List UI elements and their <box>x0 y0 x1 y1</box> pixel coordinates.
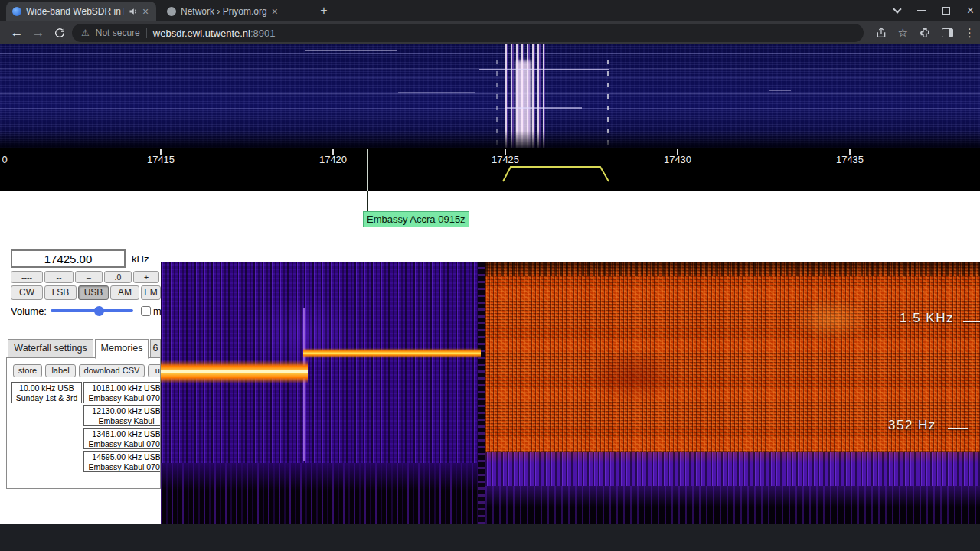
address-bar[interactable]: ⚠ Not secure websdr.ewi.utwente.nl:8901 <box>72 24 864 42</box>
waterfall-yellow-core <box>161 370 308 373</box>
tab-close-icon[interactable]: × <box>142 6 149 17</box>
step-zero-button[interactable]: .0 <box>104 271 132 283</box>
waterfall-fade <box>0 131 980 148</box>
tab-divider <box>158 6 158 17</box>
tab-title: Network › Priyom.org <box>181 6 267 17</box>
download-csv-button[interactable]: download CSV <box>79 364 145 377</box>
step-down-large-button[interactable]: ---- <box>11 271 43 283</box>
waterfall-divider <box>478 262 485 524</box>
memory-item[interactable]: 12130.00 kHz USB Embassy Kabul <box>83 405 161 426</box>
screen: Wide-band WebSDR in Ensch × Network › Pr… <box>0 0 980 551</box>
volume-label: Volume: <box>11 305 47 317</box>
memory-item[interactable]: 13481.00 kHz USB Embassy Kabul 0700 <box>83 428 161 449</box>
annotation-dash <box>948 428 968 429</box>
tab-waterfall-settings[interactable]: Waterfall settings <box>8 339 93 358</box>
tab-title: Wide-band WebSDR in Ensch <box>26 6 124 17</box>
signal-streak <box>398 92 475 93</box>
memory-desc: Embassy Kabul 0700 <box>84 439 161 449</box>
browser-menu-icon[interactable]: ⋮ <box>964 26 975 40</box>
annotation-dash <box>963 321 980 322</box>
chromeos-shelf: 6 Nov 07:28 <box>0 524 980 551</box>
store-button[interactable]: store <box>13 364 42 377</box>
frequency-input[interactable] <box>11 249 126 268</box>
memory-freq: 13481.00 kHz USB <box>84 429 161 439</box>
toolbar-icons: ☆ ⋮ <box>875 21 975 44</box>
mode-fm-button[interactable]: FM <box>141 285 161 300</box>
step-up-button[interactable]: + <box>133 271 159 283</box>
mode-usb-button[interactable]: USB <box>78 285 109 300</box>
new-tab-button[interactable]: + <box>315 3 332 20</box>
tab-memories[interactable]: Memories <box>95 339 149 359</box>
memory-desc: Embassy Kabul <box>84 416 161 426</box>
waterfall-left-bottom <box>161 463 478 524</box>
volume-slider[interactable] <box>51 305 133 316</box>
warning-icon: ⚠ <box>81 28 90 38</box>
url-port[interactable]: :8901 <box>250 28 276 39</box>
waterfall-right-bottom <box>485 486 980 524</box>
window-close-icon[interactable]: × <box>967 5 974 17</box>
window-maximize-icon[interactable] <box>942 7 950 15</box>
scale-label: 17420 <box>310 154 356 165</box>
memory-item[interactable]: 14595.00 kHz USB Embassy Kabul 0700 <box>83 451 161 472</box>
upload-csv-button[interactable]: upl <box>148 364 161 377</box>
memory-item[interactable]: 10.00 kHz USB Sunday 1st & 3rd <box>11 382 82 403</box>
back-icon[interactable]: ← <box>6 25 28 41</box>
reload-icon[interactable] <box>49 27 70 39</box>
waterfall-scanline <box>0 93 980 94</box>
frequency-unit-label: kHz <box>132 253 149 265</box>
url-host[interactable]: websdr.ewi.utwente.nl <box>153 28 250 39</box>
window-controls: × <box>894 0 974 21</box>
audio-waterfall[interactable]: 1.5 KHz 352 Hz <box>161 262 980 524</box>
tuning-cursor-line-lower <box>368 191 368 211</box>
browser-tab-strip: Wide-band WebSDR in Ensch × Network › Pr… <box>0 0 980 21</box>
label-button[interactable]: label <box>45 364 76 377</box>
waterfall-top-dark <box>485 262 980 276</box>
waterfall-scanline <box>0 53 980 54</box>
browser-tab-priyom[interactable]: Network › Priyom.org × <box>161 2 309 21</box>
scale-label: 17435 <box>827 154 873 165</box>
memories-panel: store label download CSV upl 10.00 kHz U… <box>6 357 161 489</box>
tab-clipped[interactable]: 6 <box>150 339 161 358</box>
scale-label: 17430 <box>655 154 701 165</box>
memory-freq: 10181.00 kHz USB <box>84 383 161 393</box>
step-down-medium-button[interactable]: -- <box>44 271 74 283</box>
station-label[interactable]: Embassy Accra 0915z <box>363 211 469 227</box>
waterfall-bright-column <box>303 308 305 461</box>
signal-streak <box>479 69 609 70</box>
spectrum-waterfall-top[interactable] <box>0 44 980 148</box>
memory-item[interactable]: 10181.00 kHz USB Embassy Kabul 0700 <box>83 382 161 403</box>
forward-icon[interactable]: → <box>28 25 49 41</box>
side-panel-icon[interactable] <box>942 28 953 37</box>
mode-cw-button[interactable]: CW <box>11 285 43 300</box>
window-caret-icon[interactable] <box>893 5 901 13</box>
scale-label: 17415 <box>138 154 184 165</box>
memory-freq: 12130.00 kHz USB <box>84 406 161 416</box>
bandwidth-annotation: 1.5 KHz <box>900 311 954 326</box>
scale-label: 17425 <box>482 154 528 165</box>
priyom-favicon <box>167 7 176 16</box>
mode-am-button[interactable]: AM <box>110 285 139 300</box>
bookmark-star-icon[interactable]: ☆ <box>898 26 908 40</box>
tuning-cursor-line <box>368 149 368 191</box>
share-icon[interactable] <box>875 27 887 39</box>
waterfall-scanline <box>0 108 980 109</box>
mute-checkbox[interactable] <box>141 306 151 316</box>
window-minimize-icon[interactable] <box>917 10 926 11</box>
websdr-favicon <box>12 7 21 16</box>
step-down-small-button[interactable]: – <box>75 271 103 283</box>
security-label[interactable]: Not secure <box>96 28 140 38</box>
extensions-puzzle-icon[interactable] <box>919 27 931 39</box>
mode-lsb-button[interactable]: LSB <box>44 285 77 300</box>
scale-label: 0 <box>0 154 28 165</box>
memory-desc: Sunday 1st & 3rd <box>12 393 81 403</box>
memory-freq: 10.00 kHz USB <box>12 383 81 393</box>
waterfall-yellow-line <box>303 348 481 358</box>
memory-desc: Embassy Kabul 0700 <box>84 393 161 403</box>
tone-annotation: 352 Hz <box>888 418 936 433</box>
browser-tab-websdr[interactable]: Wide-band WebSDR in Ensch × <box>6 2 156 21</box>
frequency-scale[interactable]: 0 17415 17420 17425 17430 17435 <box>0 148 980 191</box>
waterfall-purple-band <box>485 452 980 486</box>
tab-audio-icon[interactable] <box>129 7 138 16</box>
memory-desc: Embassy Kabul 0700 <box>84 462 161 472</box>
tab-close-icon[interactable]: × <box>272 6 278 17</box>
